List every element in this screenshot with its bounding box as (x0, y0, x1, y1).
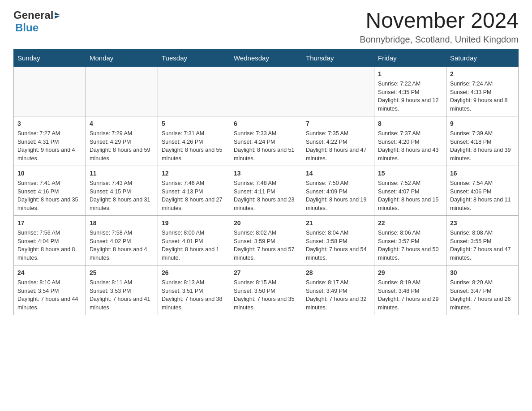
calendar-cell: 16Sunrise: 7:54 AM Sunset: 4:06 PM Dayli… (446, 166, 519, 215)
calendar-cell: 15Sunrise: 7:52 AM Sunset: 4:07 PM Dayli… (374, 166, 446, 215)
day-number: 13 (234, 169, 298, 178)
calendar-week-3: 10Sunrise: 7:41 AM Sunset: 4:16 PM Dayli… (14, 166, 519, 215)
day-number: 7 (306, 119, 370, 128)
calendar-cell (158, 66, 230, 116)
day-number: 28 (306, 268, 370, 278)
calendar-cell (86, 66, 158, 116)
calendar-cell: 7Sunrise: 7:35 AM Sunset: 4:22 PM Daylig… (302, 116, 374, 166)
day-number: 1 (378, 69, 442, 79)
calendar-cell: 23Sunrise: 8:08 AM Sunset: 3:55 PM Dayli… (446, 215, 519, 265)
day-info: Sunrise: 7:54 AM Sunset: 4:06 PM Dayligh… (450, 179, 515, 213)
day-info: Sunrise: 7:29 AM Sunset: 4:29 PM Dayligh… (90, 129, 154, 163)
day-number: 21 (306, 218, 370, 228)
calendar-cell: 1Sunrise: 7:22 AM Sunset: 4:35 PM Daylig… (374, 66, 446, 116)
day-number: 18 (90, 218, 154, 228)
day-number: 5 (162, 119, 226, 128)
day-number: 15 (378, 169, 442, 178)
day-info: Sunrise: 8:04 AM Sunset: 3:58 PM Dayligh… (306, 229, 370, 262)
calendar-cell: 8Sunrise: 7:37 AM Sunset: 4:20 PM Daylig… (374, 116, 446, 166)
day-info: Sunrise: 8:02 AM Sunset: 3:59 PM Dayligh… (234, 229, 298, 262)
day-number: 9 (450, 119, 515, 128)
day-info: Sunrise: 8:08 AM Sunset: 3:55 PM Dayligh… (450, 229, 515, 262)
month-title: November 2024 (360, 9, 519, 33)
title-area: November 2024 Bonnybridge, Scotland, Uni… (360, 9, 519, 45)
day-number: 2 (450, 69, 515, 79)
calendar-cell: 9Sunrise: 7:39 AM Sunset: 4:18 PM Daylig… (446, 116, 519, 166)
day-info: Sunrise: 7:56 AM Sunset: 4:04 PM Dayligh… (17, 229, 82, 262)
calendar-header: SundayMondayTuesdayWednesdayThursdayFrid… (14, 49, 519, 66)
day-info: Sunrise: 7:41 AM Sunset: 4:16 PM Dayligh… (17, 179, 82, 213)
day-info: Sunrise: 7:58 AM Sunset: 4:02 PM Dayligh… (90, 229, 154, 262)
calendar-cell: 14Sunrise: 7:50 AM Sunset: 4:09 PM Dayli… (302, 166, 374, 215)
weekday-header-row: SundayMondayTuesdayWednesdayThursdayFrid… (14, 49, 519, 66)
day-number: 4 (90, 119, 154, 128)
calendar-week-5: 24Sunrise: 8:10 AM Sunset: 3:54 PM Dayli… (14, 265, 519, 315)
calendar-cell (230, 66, 302, 116)
calendar-cell (14, 66, 86, 116)
day-info: Sunrise: 7:31 AM Sunset: 4:26 PM Dayligh… (162, 129, 226, 163)
calendar-cell: 28Sunrise: 8:17 AM Sunset: 3:49 PM Dayli… (302, 265, 374, 315)
day-info: Sunrise: 7:48 AM Sunset: 4:11 PM Dayligh… (234, 179, 298, 213)
day-info: Sunrise: 7:22 AM Sunset: 4:35 PM Dayligh… (378, 80, 442, 113)
page-header: General Blue November 2024 Bonnybridge, … (13, 9, 519, 45)
calendar-table: SundayMondayTuesdayWednesdayThursdayFrid… (13, 49, 519, 315)
day-info: Sunrise: 7:33 AM Sunset: 4:24 PM Dayligh… (234, 129, 298, 163)
day-number: 10 (17, 169, 82, 178)
day-number: 17 (17, 218, 82, 228)
day-number: 11 (90, 169, 154, 178)
calendar-cell: 21Sunrise: 8:04 AM Sunset: 3:58 PM Dayli… (302, 215, 374, 265)
calendar-cell: 12Sunrise: 7:46 AM Sunset: 4:13 PM Dayli… (158, 166, 230, 215)
location-title: Bonnybridge, Scotland, United Kingdom (360, 34, 519, 45)
day-number: 19 (162, 218, 226, 228)
day-number: 30 (450, 268, 515, 278)
day-info: Sunrise: 7:52 AM Sunset: 4:07 PM Dayligh… (378, 179, 442, 213)
day-info: Sunrise: 8:19 AM Sunset: 3:48 PM Dayligh… (378, 278, 442, 312)
day-number: 29 (378, 268, 442, 278)
day-info: Sunrise: 7:50 AM Sunset: 4:09 PM Dayligh… (306, 179, 370, 213)
day-number: 25 (90, 268, 154, 278)
calendar-week-2: 3Sunrise: 7:27 AM Sunset: 4:31 PM Daylig… (14, 116, 519, 166)
calendar-week-1: 1Sunrise: 7:22 AM Sunset: 4:35 PM Daylig… (14, 66, 519, 116)
day-number: 23 (450, 218, 515, 228)
weekday-header-wednesday: Wednesday (230, 49, 302, 66)
calendar-cell: 22Sunrise: 8:06 AM Sunset: 3:57 PM Dayli… (374, 215, 446, 265)
day-info: Sunrise: 7:35 AM Sunset: 4:22 PM Dayligh… (306, 129, 370, 163)
calendar-cell: 18Sunrise: 7:58 AM Sunset: 4:02 PM Dayli… (86, 215, 158, 265)
day-info: Sunrise: 7:24 AM Sunset: 4:33 PM Dayligh… (450, 80, 515, 113)
calendar-cell: 11Sunrise: 7:43 AM Sunset: 4:15 PM Dayli… (86, 166, 158, 215)
calendar-week-4: 17Sunrise: 7:56 AM Sunset: 4:04 PM Dayli… (14, 215, 519, 265)
calendar-cell: 30Sunrise: 8:20 AM Sunset: 3:47 PM Dayli… (446, 265, 519, 315)
calendar-cell: 10Sunrise: 7:41 AM Sunset: 4:16 PM Dayli… (14, 166, 86, 215)
day-info: Sunrise: 8:00 AM Sunset: 4:01 PM Dayligh… (162, 229, 226, 262)
day-number: 26 (162, 268, 226, 278)
calendar-cell: 3Sunrise: 7:27 AM Sunset: 4:31 PM Daylig… (14, 116, 86, 166)
day-info: Sunrise: 8:10 AM Sunset: 3:54 PM Dayligh… (17, 278, 82, 312)
calendar-cell: 29Sunrise: 8:19 AM Sunset: 3:48 PM Dayli… (374, 265, 446, 315)
weekday-header-thursday: Thursday (302, 49, 374, 66)
calendar-body: 1Sunrise: 7:22 AM Sunset: 4:35 PM Daylig… (14, 66, 519, 315)
day-info: Sunrise: 8:11 AM Sunset: 3:53 PM Dayligh… (90, 278, 154, 312)
calendar-cell: 5Sunrise: 7:31 AM Sunset: 4:26 PM Daylig… (158, 116, 230, 166)
day-number: 14 (306, 169, 370, 178)
calendar-cell: 24Sunrise: 8:10 AM Sunset: 3:54 PM Dayli… (14, 265, 86, 315)
day-info: Sunrise: 7:39 AM Sunset: 4:18 PM Dayligh… (450, 129, 515, 163)
calendar-cell: 17Sunrise: 7:56 AM Sunset: 4:04 PM Dayli… (14, 215, 86, 265)
weekday-header-friday: Friday (374, 49, 446, 66)
day-info: Sunrise: 8:15 AM Sunset: 3:50 PM Dayligh… (234, 278, 298, 312)
calendar-cell: 20Sunrise: 8:02 AM Sunset: 3:59 PM Dayli… (230, 215, 302, 265)
logo-blue-text: Blue (15, 21, 39, 34)
day-number: 6 (234, 119, 298, 128)
day-number: 3 (17, 119, 82, 128)
weekday-header-saturday: Saturday (446, 49, 519, 66)
calendar-cell (302, 66, 374, 116)
day-number: 22 (378, 218, 442, 228)
calendar-cell: 6Sunrise: 7:33 AM Sunset: 4:24 PM Daylig… (230, 116, 302, 166)
day-number: 24 (17, 268, 82, 278)
weekday-header-sunday: Sunday (14, 49, 86, 66)
weekday-header-tuesday: Tuesday (158, 49, 230, 66)
logo: General Blue (13, 9, 60, 34)
day-number: 16 (450, 169, 515, 178)
calendar-cell: 26Sunrise: 8:13 AM Sunset: 3:51 PM Dayli… (158, 265, 230, 315)
logo-general-text: General (13, 9, 53, 21)
day-info: Sunrise: 7:27 AM Sunset: 4:31 PM Dayligh… (17, 129, 82, 163)
